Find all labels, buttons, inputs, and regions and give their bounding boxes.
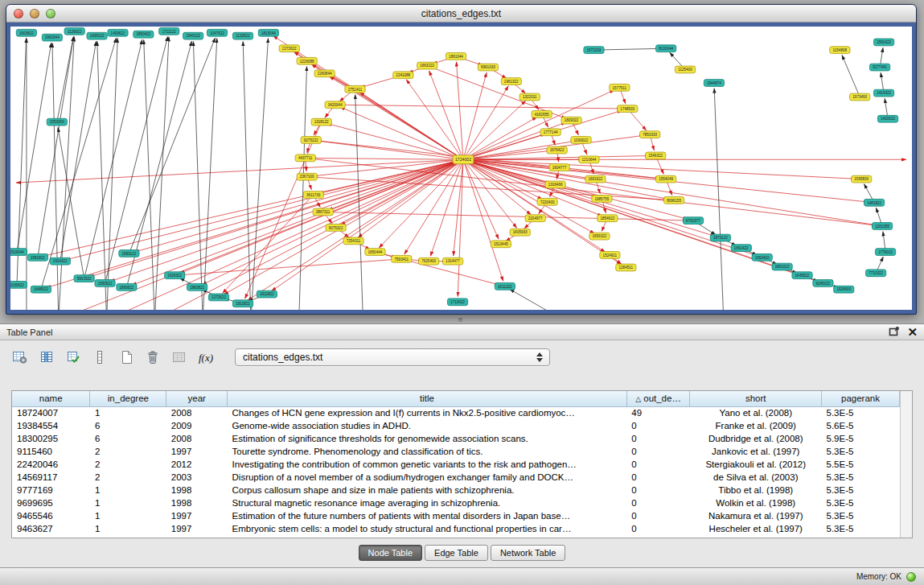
graph-node[interactable]: 1590522 <box>95 280 115 287</box>
column-header-short[interactable]: short <box>690 391 822 406</box>
graph-node[interactable]: 1605933 <box>510 229 530 236</box>
graph-node[interactable]: 2204977 <box>525 215 545 222</box>
tab-edge-table[interactable]: Edge Table <box>425 545 488 561</box>
graph-node[interactable]: 1047922 <box>207 29 227 36</box>
table-row[interactable]: 1938455462009Genome-wide association stu… <box>12 419 900 432</box>
table-row[interactable]: 2242004622012Investigating the contribut… <box>12 458 900 471</box>
graph-node[interactable]: 2367100 <box>297 173 317 180</box>
column-header-pagerank[interactable]: pagerank <box>822 391 900 406</box>
table-cell[interactable]: Structural magnetic resonance image aver… <box>228 496 627 509</box>
splitter-grip-icon[interactable] <box>458 318 462 322</box>
graph-node[interactable]: 1648922 <box>31 286 51 293</box>
table-cell[interactable]: de Silva et al. (2003) <box>690 471 822 484</box>
graph-node[interactable]: 1481822 <box>864 199 885 206</box>
graph-node[interactable]: 1940122 <box>183 32 203 39</box>
column-header-title[interactable]: title <box>228 391 627 406</box>
table-cell[interactable]: 0 <box>626 522 690 535</box>
table-cell[interactable]: 5.5E-5 <box>822 458 900 471</box>
graph-node[interactable]: 1985755 <box>592 196 612 203</box>
table-row[interactable]: 969969511998Structural magnetic resonanc… <box>12 496 900 509</box>
table-row[interactable]: 946554611997Estimation of the future num… <box>12 509 900 522</box>
graph-node[interactable]: 7593411 <box>392 255 412 262</box>
graph-node[interactable]: 6961033 <box>478 64 498 71</box>
graph-node[interactable]: 7220400 <box>537 198 557 205</box>
graph-node[interactable]: 1226088 <box>297 57 317 64</box>
table-cell[interactable]: 1 <box>90 406 166 419</box>
graph-node[interactable]: 1154808 <box>830 47 850 54</box>
graph-node[interactable]: 1861044 <box>446 53 466 60</box>
table-row[interactable]: 946362711997Embryonic stem cells: a mode… <box>12 522 900 535</box>
graph-node[interactable]: 2272622 <box>279 45 299 52</box>
table-cell[interactable]: 2 <box>90 458 166 471</box>
graph-node[interactable]: 1604777 <box>549 164 569 171</box>
column-header-name[interactable]: name <box>12 391 90 406</box>
graph-node[interactable]: 2260844 <box>314 70 335 77</box>
table-cell[interactable]: Estimation of the future numbers of pati… <box>228 509 627 522</box>
close-button[interactable] <box>14 9 23 19</box>
graph-node[interactable]: 1322011 <box>519 93 540 101</box>
graph-node[interactable]: 1873122 <box>710 234 730 241</box>
graph-node[interactable]: 1676422 <box>547 146 567 154</box>
graph-node[interactable]: 2241088 <box>393 72 413 79</box>
table-cell[interactable]: Changes of HCN gene expression and I(f) … <box>228 406 627 419</box>
graph-node[interactable]: 1973493 <box>850 93 870 101</box>
graph-node[interactable]: 1284511 <box>616 264 636 271</box>
table-cell[interactable]: Estimation of significance thresholds fo… <box>228 432 627 445</box>
graph-node[interactable]: 1911822 <box>232 300 253 307</box>
table-cell[interactable]: 0 <box>626 458 690 471</box>
table-cell[interactable]: 5.3E-5 <box>822 471 900 484</box>
graph-node[interactable]: 1663222 <box>417 62 437 69</box>
table-cell[interactable]: 6 <box>90 419 166 432</box>
table-row[interactable]: 1456911722003Disruption of a novel membe… <box>12 471 900 484</box>
column-header-in_degree[interactable]: in_degree <box>90 391 166 406</box>
table-cell[interactable]: 18724007 <box>12 406 90 419</box>
graph-node[interactable]: 1944874 <box>704 80 724 87</box>
graph-node[interactable]: 1431622 <box>877 115 897 122</box>
graph-node[interactable]: 1611222 <box>495 282 515 290</box>
table-cell[interactable]: Franke et al. (2009) <box>690 419 822 432</box>
table-cell[interactable]: 9777169 <box>12 484 90 496</box>
table-cell[interactable]: Disruption of a novel member of a sodium… <box>228 471 627 484</box>
graph-node[interactable]: 1777144 <box>540 129 561 136</box>
table-scrollbar[interactable] <box>900 391 912 538</box>
table-cell[interactable]: Tibbo et al. (1998) <box>690 484 822 496</box>
graph-node[interactable]: 1414322 <box>873 89 893 97</box>
table-cell[interactable]: Corpus callosum shape and size in male p… <box>228 484 627 496</box>
table-cell[interactable]: Wolkin et al. (1998) <box>690 496 822 509</box>
table-options-icon[interactable] <box>10 348 31 367</box>
column-header-out_de[interactable]: △out_de… <box>626 391 690 406</box>
graph-node[interactable]: 3611733 <box>303 192 323 199</box>
graph-node[interactable]: 9277441 <box>869 64 889 71</box>
table-cell[interactable]: 1997 <box>166 522 228 535</box>
graph-node[interactable]: 1809322 <box>561 117 581 124</box>
table-cell[interactable]: 1 <box>90 484 166 496</box>
table-cell[interactable]: Yano et al. (2008) <box>690 406 822 419</box>
table-cell[interactable]: Hescheler et al. (1997) <box>690 522 822 535</box>
table-cell[interactable]: 5.3E-5 <box>822 406 900 419</box>
table-cell[interactable]: 1998 <box>166 496 228 509</box>
graph-node[interactable]: 9275222 <box>301 137 321 144</box>
graph-node[interactable]: 3420044 <box>325 101 345 109</box>
zoom-button[interactable] <box>46 9 55 19</box>
graph-node[interactable]: 7625400 <box>419 257 439 265</box>
new-table-icon[interactable] <box>116 348 137 367</box>
table-cell[interactable]: 9699695 <box>12 496 90 509</box>
graph-node[interactable]: 1201055 <box>872 223 892 230</box>
table-selector-dropdown[interactable]: citations_edges.txt <box>235 348 550 366</box>
table-row[interactable]: 1872400712008Changes of HCN gene express… <box>12 406 900 419</box>
table-cell[interactable]: 1 <box>90 509 166 522</box>
network-graph[interactable]: 1724002186104469610331961322132201141626… <box>10 27 912 310</box>
graph-node[interactable]: 1935022 <box>87 32 107 39</box>
window-titlebar[interactable]: citations_edges.txt <box>6 5 916 23</box>
function-builder-icon[interactable]: f(x) <box>195 348 216 367</box>
graph-node[interactable]: 1813044 <box>258 29 278 36</box>
table-cell[interactable]: 9463627 <box>12 522 90 535</box>
graph-node[interactable]: 1272622 <box>208 294 228 301</box>
graph-node[interactable]: 1626322 <box>165 272 185 279</box>
table-cell[interactable]: Tourette syndrome. Phenomenology and cla… <box>228 445 627 458</box>
table-cell[interactable]: 5.3E-5 <box>822 445 900 458</box>
graph-node[interactable]: 1914322 <box>50 257 70 265</box>
graph-node[interactable]: 1776022 <box>875 249 895 256</box>
graph-node[interactable]: 9075322 <box>326 225 346 232</box>
table-cell[interactable]: 0 <box>626 471 690 484</box>
